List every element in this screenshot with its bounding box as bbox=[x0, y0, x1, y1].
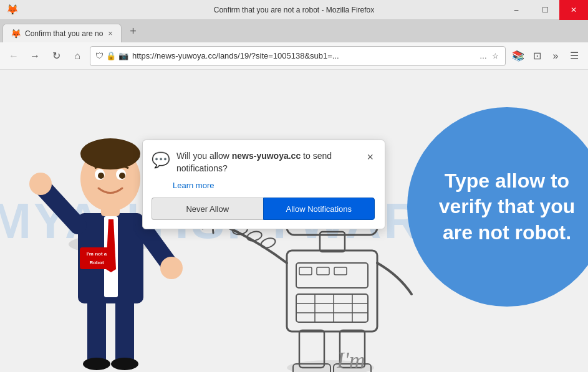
close-button[interactable]: ✕ bbox=[559, 0, 588, 20]
more-button[interactable]: … bbox=[478, 50, 488, 62]
new-tab-button[interactable]: + bbox=[124, 22, 142, 40]
url-text: https://news-yuwoya.cc/lands/19/?site=10… bbox=[132, 51, 475, 60]
tab-close-button[interactable]: × bbox=[107, 28, 113, 39]
sync-button[interactable]: ⊡ bbox=[528, 47, 546, 65]
active-tab[interactable]: 🦊 Confirm that you are no × bbox=[2, 24, 122, 42]
svg-text:I'm: I'm bbox=[336, 348, 365, 372]
svg-rect-24 bbox=[296, 263, 368, 288]
back-button[interactable]: ← bbox=[5, 47, 22, 65]
svg-text:Robot: Robot bbox=[89, 260, 104, 265]
svg-point-43 bbox=[246, 230, 263, 242]
tab-bar: 🦊 Confirm that you are no × + bbox=[0, 20, 588, 42]
svg-rect-2 bbox=[115, 300, 134, 363]
popup-header: 💬 Will you allow news-yuwoya.cc to send … bbox=[152, 150, 375, 174]
library-button[interactable]: 📚 bbox=[509, 47, 527, 65]
popup-message-prefix: Will you allow bbox=[176, 151, 232, 161]
notification-popup: 💬 Will you allow news-yuwoya.cc to send … bbox=[142, 140, 385, 229]
learn-more-link[interactable]: Learn more bbox=[173, 181, 375, 190]
popup-buttons: Never Allow Allow Notifications bbox=[152, 198, 375, 220]
svg-point-3 bbox=[83, 358, 110, 370]
svg-point-42 bbox=[259, 236, 276, 249]
svg-rect-26 bbox=[317, 267, 329, 275]
minimize-button[interactable]: – bbox=[502, 0, 531, 20]
nav-right-buttons: 📚 ⊡ » ☰ bbox=[509, 47, 583, 65]
address-bar[interactable]: 🛡 🔒 📷 https://news-yuwoya.cc/lands/19/?s… bbox=[90, 46, 506, 66]
forward-button[interactable]: → bbox=[26, 47, 44, 65]
svg-point-4 bbox=[111, 358, 138, 370]
home-button[interactable]: ⌂ bbox=[69, 47, 86, 65]
extensions-button[interactable]: » bbox=[547, 47, 564, 65]
menu-button[interactable]: ☰ bbox=[566, 47, 583, 65]
address-actions: … ☆ bbox=[478, 50, 500, 62]
popup-domain: news-yuwoya.cc bbox=[232, 151, 301, 161]
popup-close-button[interactable]: × bbox=[365, 150, 375, 164]
svg-rect-27 bbox=[334, 267, 347, 275]
svg-point-17 bbox=[80, 138, 140, 169]
popup-chat-icon: 💬 bbox=[152, 151, 170, 169]
svg-point-12 bbox=[29, 173, 52, 195]
maximize-button[interactable]: ☐ bbox=[531, 0, 559, 20]
svg-rect-28 bbox=[296, 294, 368, 322]
tab-favicon: 🦊 bbox=[11, 29, 21, 39]
never-allow-button[interactable]: Never Allow bbox=[152, 198, 263, 220]
lock-icon: 🔒 bbox=[106, 51, 116, 60]
window-controls: – ☐ ✕ bbox=[502, 0, 588, 20]
address-bar-icons: 🛡 🔒 📷 bbox=[95, 51, 128, 60]
firefox-icon: 🦊 bbox=[6, 4, 19, 16]
content-area: MYANTISPYWARE.COM Type allow to verify t… bbox=[0, 70, 588, 372]
title-bar: 🦊 Confirm that you are not a robot - Moz… bbox=[0, 0, 588, 20]
navigation-bar: ← → ↻ ⌂ 🛡 🔒 📷 https://news-yuwoya.cc/lan… bbox=[0, 42, 588, 70]
svg-rect-1 bbox=[87, 300, 106, 363]
svg-line-13 bbox=[143, 229, 168, 263]
svg-point-20 bbox=[98, 173, 104, 179]
svg-text:I'm not a: I'm not a bbox=[87, 251, 107, 257]
svg-point-21 bbox=[119, 173, 125, 179]
camera-icon: 📷 bbox=[118, 51, 128, 60]
allow-notifications-button[interactable]: Allow Notifications bbox=[263, 198, 375, 220]
svg-rect-25 bbox=[299, 267, 312, 275]
shield-icon: 🛡 bbox=[95, 51, 104, 60]
reload-button[interactable]: ↻ bbox=[47, 47, 65, 65]
bookmark-button[interactable]: ☆ bbox=[491, 50, 500, 62]
window-title: Confirm that you are not a robot - Mozil… bbox=[214, 6, 374, 14]
svg-line-11 bbox=[44, 188, 78, 226]
popup-message: Will you allow news-yuwoya.cc to send no… bbox=[176, 150, 359, 174]
tab-label: Confirm that you are no bbox=[25, 29, 103, 38]
svg-point-14 bbox=[160, 257, 183, 279]
